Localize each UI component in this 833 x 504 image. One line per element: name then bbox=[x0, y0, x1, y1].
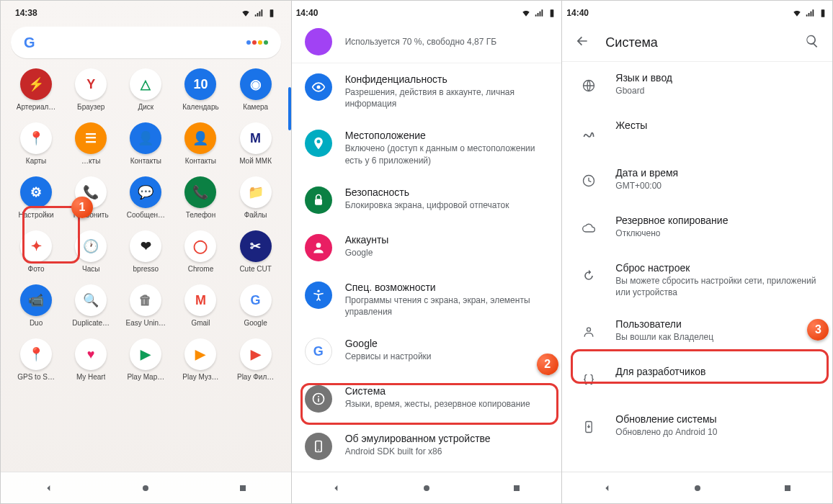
wifi-icon bbox=[521, 8, 531, 18]
settings-row-сброс-настроек[interactable]: Сброс настроекВы можете сбросить настрой… bbox=[562, 252, 832, 308]
settings-row-спец-возможности[interactable]: Спец. возможностиПрограммы чтения с экра… bbox=[292, 271, 562, 328]
panel-settings: 14:40 Используется 70 %, свободно 4,87 Г… bbox=[291, 1, 562, 503]
nav-back-button[interactable] bbox=[600, 480, 615, 496]
nav-back-button[interactable] bbox=[329, 480, 344, 496]
gesture-icon bbox=[575, 120, 602, 147]
app-icon: M bbox=[240, 122, 272, 154]
search-pill[interactable]: G bbox=[11, 27, 281, 58]
nav-bar bbox=[1, 472, 291, 503]
settings-row-система[interactable]: СистемаЯзыки, время, жесты, резервное ко… bbox=[292, 375, 562, 423]
app-позвонить[interactable]: 📞Позвонить bbox=[66, 176, 116, 219]
app-duplicate-[interactable]: 🔍Duplicate… bbox=[66, 284, 116, 327]
app-фото[interactable]: ✦Фото bbox=[11, 230, 61, 273]
svg-point-18 bbox=[587, 328, 591, 332]
app-icon: 📞 bbox=[75, 176, 107, 208]
settings-subtitle: Обновлено до Android 10 bbox=[615, 426, 819, 438]
settings-title: Обновление системы bbox=[615, 413, 819, 425]
settings-row-пользователи[interactable]: ПользователиВы вошли как Владелец bbox=[562, 308, 832, 356]
app-icon: ▶ bbox=[184, 338, 216, 370]
app-контакты[interactable]: 👤Контакты bbox=[175, 122, 226, 165]
app-icon: ✦ bbox=[20, 230, 52, 262]
app-браузер[interactable]: YБраузер bbox=[66, 68, 116, 111]
svg-point-1 bbox=[143, 485, 148, 491]
app-easy-unin-[interactable]: 🗑Easy Unin… bbox=[120, 284, 171, 327]
app-icon: ⚡ bbox=[20, 68, 52, 100]
settings-row-об-эмулированном-устройстве[interactable]: Об эмулированном устройствеAndroid SDK b… bbox=[292, 423, 562, 470]
svg-point-6 bbox=[316, 243, 321, 248]
settings-row-storage-peek[interactable]: Используется 70 %, свободно 4,87 ГБ bbox=[292, 22, 562, 63]
settings-row-дата-и-время[interactable]: Дата и времяGMT+00:00 bbox=[562, 157, 832, 204]
app-icon: 📁 bbox=[240, 176, 272, 208]
nav-home-button[interactable] bbox=[690, 480, 705, 496]
app-камера[interactable]: ◉Камера bbox=[231, 68, 281, 111]
app-артериал-[interactable]: ⚡Артериал… bbox=[11, 68, 61, 111]
nav-recents-button[interactable] bbox=[235, 480, 251, 496]
app-label: Фото bbox=[28, 265, 45, 273]
app-контакты[interactable]: 👤Контакты bbox=[120, 122, 171, 165]
app-cute-cut[interactable]: ✂Cute CUT bbox=[231, 230, 281, 273]
app-диск[interactable]: △Диск bbox=[120, 68, 171, 111]
app-icon: ✂ bbox=[240, 230, 272, 262]
app-файлы[interactable]: 📁Файлы bbox=[231, 176, 281, 219]
settings-title: Аккаунты bbox=[345, 234, 549, 246]
app-gmail[interactable]: MGmail bbox=[175, 284, 226, 327]
settings-row-жесты[interactable]: Жесты bbox=[562, 109, 832, 157]
svg-rect-15 bbox=[821, 9, 825, 17]
nav-home-button[interactable] bbox=[138, 480, 153, 496]
svg-point-9 bbox=[318, 396, 319, 397]
assistant-icon[interactable] bbox=[246, 40, 268, 45]
settings-row-аккаунты[interactable]: АккаунтыGoogle bbox=[292, 224, 562, 271]
app-настройки[interactable]: ⚙Настройки bbox=[11, 176, 61, 219]
nav-back-button[interactable] bbox=[41, 480, 57, 496]
app-play-мар-[interactable]: ▶Play Мар… bbox=[120, 338, 171, 381]
app-label: Контакты bbox=[185, 157, 216, 165]
app-my-heart[interactable]: ♥My Heart bbox=[66, 338, 116, 381]
app-карты[interactable]: 📍Карты bbox=[11, 122, 61, 165]
app-мой-ммк[interactable]: MМой ММК bbox=[231, 122, 281, 165]
settings-row-резервное-копирование[interactable]: Резервное копированиеОтключено bbox=[562, 204, 832, 252]
app-chrome[interactable]: ◯Chrome bbox=[175, 230, 226, 273]
nav-recents-button[interactable] bbox=[509, 480, 525, 496]
app--кты[interactable]: ☰…кты bbox=[66, 122, 116, 165]
app-gps-to-s-[interactable]: 📍GPS to S… bbox=[11, 338, 61, 381]
app-телефон[interactable]: 📞Телефон bbox=[175, 176, 226, 219]
app-icon: 👤 bbox=[184, 122, 216, 154]
search-button[interactable] bbox=[805, 34, 819, 51]
back-button[interactable] bbox=[575, 34, 589, 51]
app-календарь[interactable]: 10Календарь bbox=[175, 68, 226, 111]
nav-home-button[interactable] bbox=[419, 480, 435, 496]
settings-row-обновление-системы[interactable]: Обновление системыОбновлено до Android 1… bbox=[562, 403, 832, 451]
settings-row-конфиденциальность[interactable]: КонфиденциальностьРазрешения, действия в… bbox=[292, 63, 562, 120]
svg-rect-3 bbox=[551, 9, 554, 17]
settings-title: Жесты bbox=[615, 120, 819, 131]
app-часы[interactable]: 🕐Часы bbox=[66, 230, 116, 273]
app-label: Gmail bbox=[191, 319, 210, 327]
settings-subtitle: Отключено bbox=[615, 228, 819, 239]
app-play-фил-[interactable]: ▶Play Фил… bbox=[231, 338, 281, 381]
app-label: Карты bbox=[26, 157, 47, 165]
battery-icon bbox=[818, 8, 828, 18]
app-label: Мой ММК bbox=[239, 157, 272, 165]
nav-bar bbox=[292, 472, 562, 503]
settings-row-язык-и-ввод[interactable]: Язык и вводGboard bbox=[562, 62, 832, 109]
settings-subtitle: Программы чтения с экрана, экран, элемен… bbox=[345, 294, 549, 318]
svg-point-7 bbox=[317, 289, 319, 292]
app-play-муз-[interactable]: ▶Play Муз… bbox=[175, 338, 226, 381]
settings-row-для-разработчиков[interactable]: Для разработчиков bbox=[562, 356, 832, 403]
settings-row-местоположение[interactable]: МестоположениеВключено (доступ к данным … bbox=[292, 120, 562, 176]
settings-row-google[interactable]: GGoogleСервисы и настройки bbox=[292, 328, 562, 375]
app-bpresso[interactable]: ❤bpresso bbox=[120, 230, 171, 273]
header-bar: Система bbox=[562, 22, 832, 62]
app-сообщен-[interactable]: 💬Сообщен… bbox=[120, 176, 171, 219]
settings-subtitle: Блокировка экрана, цифровой отпечаток bbox=[345, 199, 549, 211]
globe-icon bbox=[575, 72, 602, 99]
app-label: Контакты bbox=[130, 157, 161, 165]
app-label: Play Муз… bbox=[182, 373, 218, 381]
settings-row-безопасность[interactable]: БезопасностьБлокировка экрана, цифровой … bbox=[292, 176, 562, 224]
app-duo[interactable]: 📹Duo bbox=[11, 284, 61, 327]
svg-point-12 bbox=[318, 449, 319, 451]
restore-icon bbox=[575, 262, 602, 289]
nav-recents-button[interactable] bbox=[780, 480, 796, 496]
svg-point-20 bbox=[695, 485, 700, 491]
app-google[interactable]: GGoogle bbox=[231, 284, 281, 327]
